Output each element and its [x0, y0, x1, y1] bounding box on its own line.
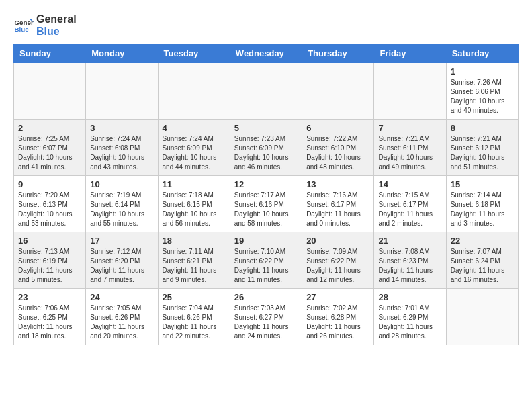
- calendar-cell: 25Sunrise: 7:04 AM Sunset: 6:26 PM Dayli…: [158, 289, 230, 345]
- day-number: 13: [306, 179, 369, 189]
- logo: General Blue General Blue: [13, 13, 77, 37]
- day-number: 20: [306, 236, 369, 246]
- day-info: Sunrise: 7:15 AM Sunset: 6:17 PM Dayligh…: [378, 191, 441, 228]
- day-info: Sunrise: 7:16 AM Sunset: 6:17 PM Dayligh…: [306, 191, 369, 228]
- calendar-header-row: SundayMondayTuesdayWednesdayThursdayFrid…: [14, 44, 519, 63]
- logo-general: General: [36, 13, 77, 26]
- header: General Blue General Blue: [13, 13, 519, 37]
- day-number: 8: [451, 123, 514, 133]
- calendar-cell: 1Sunrise: 7:26 AM Sunset: 6:06 PM Daylig…: [446, 63, 518, 120]
- calendar-cell: 7Sunrise: 7:21 AM Sunset: 6:11 PM Daylig…: [374, 120, 446, 176]
- day-info: Sunrise: 7:08 AM Sunset: 6:23 PM Dayligh…: [378, 247, 441, 285]
- calendar-header-friday: Friday: [374, 44, 446, 63]
- calendar-cell: [158, 63, 230, 120]
- day-info: Sunrise: 7:21 AM Sunset: 6:12 PM Dayligh…: [451, 134, 514, 172]
- day-info: Sunrise: 7:04 AM Sunset: 6:26 PM Dayligh…: [163, 304, 226, 341]
- calendar-cell: 4Sunrise: 7:24 AM Sunset: 6:09 PM Daylig…: [158, 120, 230, 176]
- day-info: Sunrise: 7:12 AM Sunset: 6:20 PM Dayligh…: [90, 247, 153, 285]
- svg-text:Blue: Blue: [15, 26, 30, 33]
- calendar-cell: 5Sunrise: 7:23 AM Sunset: 6:09 PM Daylig…: [230, 120, 302, 176]
- day-number: 23: [18, 292, 81, 302]
- day-number: 27: [306, 292, 369, 302]
- day-info: Sunrise: 7:21 AM Sunset: 6:11 PM Dayligh…: [378, 134, 441, 172]
- day-info: Sunrise: 7:01 AM Sunset: 6:29 PM Dayligh…: [378, 304, 441, 341]
- calendar-cell: 2Sunrise: 7:25 AM Sunset: 6:07 PM Daylig…: [14, 120, 86, 176]
- day-number: 5: [234, 123, 298, 133]
- calendar-week-row: 16Sunrise: 7:13 AM Sunset: 6:19 PM Dayli…: [14, 232, 519, 289]
- calendar-cell: 26Sunrise: 7:03 AM Sunset: 6:27 PM Dayli…: [230, 289, 302, 345]
- day-info: Sunrise: 7:14 AM Sunset: 6:18 PM Dayligh…: [451, 191, 514, 228]
- calendar-table: SundayMondayTuesdayWednesdayThursdayFrid…: [13, 44, 519, 345]
- day-info: Sunrise: 7:11 AM Sunset: 6:21 PM Dayligh…: [163, 247, 226, 285]
- calendar-cell: 6Sunrise: 7:22 AM Sunset: 6:10 PM Daylig…: [302, 120, 374, 176]
- calendar-cell: 15Sunrise: 7:14 AM Sunset: 6:18 PM Dayli…: [446, 176, 518, 232]
- day-number: 11: [163, 179, 226, 189]
- day-number: 4: [163, 123, 226, 133]
- day-info: Sunrise: 7:07 AM Sunset: 6:24 PM Dayligh…: [451, 247, 514, 285]
- calendar-cell: [302, 63, 374, 120]
- calendar-cell: 24Sunrise: 7:05 AM Sunset: 6:26 PM Dayli…: [86, 289, 158, 345]
- day-number: 25: [163, 292, 226, 302]
- day-info: Sunrise: 7:23 AM Sunset: 6:09 PM Dayligh…: [234, 134, 298, 172]
- calendar-cell: [86, 63, 158, 120]
- calendar-cell: 8Sunrise: 7:21 AM Sunset: 6:12 PM Daylig…: [446, 120, 518, 176]
- day-number: 28: [378, 292, 441, 302]
- day-info: Sunrise: 7:24 AM Sunset: 6:08 PM Dayligh…: [90, 134, 153, 172]
- day-number: 14: [378, 179, 441, 189]
- calendar-header-thursday: Thursday: [302, 44, 374, 63]
- calendar-header-saturday: Saturday: [446, 44, 518, 63]
- calendar-cell: 22Sunrise: 7:07 AM Sunset: 6:24 PM Dayli…: [446, 232, 518, 289]
- day-info: Sunrise: 7:09 AM Sunset: 6:22 PM Dayligh…: [306, 247, 369, 285]
- day-number: 21: [378, 236, 441, 246]
- day-info: Sunrise: 7:19 AM Sunset: 6:14 PM Dayligh…: [90, 191, 153, 228]
- day-info: Sunrise: 7:22 AM Sunset: 6:10 PM Dayligh…: [306, 134, 369, 172]
- calendar-cell: 21Sunrise: 7:08 AM Sunset: 6:23 PM Dayli…: [374, 232, 446, 289]
- calendar-cell: [374, 63, 446, 120]
- day-number: 2: [18, 123, 81, 133]
- calendar-header-tuesday: Tuesday: [158, 44, 230, 63]
- calendar-cell: [230, 63, 302, 120]
- calendar-cell: 18Sunrise: 7:11 AM Sunset: 6:21 PM Dayli…: [158, 232, 230, 289]
- calendar-cell: 27Sunrise: 7:02 AM Sunset: 6:28 PM Dayli…: [302, 289, 374, 345]
- calendar-cell: 14Sunrise: 7:15 AM Sunset: 6:17 PM Dayli…: [374, 176, 446, 232]
- calendar-week-row: 23Sunrise: 7:06 AM Sunset: 6:25 PM Dayli…: [14, 289, 519, 345]
- day-info: Sunrise: 7:25 AM Sunset: 6:07 PM Dayligh…: [18, 134, 81, 172]
- day-number: 7: [378, 123, 441, 133]
- day-info: Sunrise: 7:18 AM Sunset: 6:15 PM Dayligh…: [163, 191, 226, 228]
- logo-blue: Blue: [36, 26, 77, 38]
- day-number: 16: [18, 236, 81, 246]
- day-info: Sunrise: 7:24 AM Sunset: 6:09 PM Dayligh…: [163, 134, 226, 172]
- day-number: 15: [451, 179, 514, 189]
- calendar-cell: 10Sunrise: 7:19 AM Sunset: 6:14 PM Dayli…: [86, 176, 158, 232]
- calendar-cell: 9Sunrise: 7:20 AM Sunset: 6:13 PM Daylig…: [14, 176, 86, 232]
- calendar-week-row: 2Sunrise: 7:25 AM Sunset: 6:07 PM Daylig…: [14, 120, 519, 176]
- day-number: 18: [163, 236, 226, 246]
- calendar-header-sunday: Sunday: [14, 44, 86, 63]
- calendar-cell: 23Sunrise: 7:06 AM Sunset: 6:25 PM Dayli…: [14, 289, 86, 345]
- calendar-cell: [14, 63, 86, 120]
- day-info: Sunrise: 7:20 AM Sunset: 6:13 PM Dayligh…: [18, 191, 81, 228]
- calendar-week-row: 9Sunrise: 7:20 AM Sunset: 6:13 PM Daylig…: [14, 176, 519, 232]
- day-number: 22: [451, 236, 514, 246]
- calendar-cell: 20Sunrise: 7:09 AM Sunset: 6:22 PM Dayli…: [302, 232, 374, 289]
- day-number: 24: [90, 292, 153, 302]
- day-info: Sunrise: 7:06 AM Sunset: 6:25 PM Dayligh…: [18, 304, 81, 341]
- day-info: Sunrise: 7:02 AM Sunset: 6:28 PM Dayligh…: [306, 304, 369, 341]
- calendar-cell: 19Sunrise: 7:10 AM Sunset: 6:22 PM Dayli…: [230, 232, 302, 289]
- day-info: Sunrise: 7:26 AM Sunset: 6:06 PM Dayligh…: [451, 78, 514, 116]
- day-info: Sunrise: 7:03 AM Sunset: 6:27 PM Dayligh…: [234, 304, 298, 341]
- day-number: 12: [234, 179, 298, 189]
- day-info: Sunrise: 7:10 AM Sunset: 6:22 PM Dayligh…: [234, 247, 298, 285]
- day-number: 19: [234, 236, 298, 246]
- calendar-cell: 11Sunrise: 7:18 AM Sunset: 6:15 PM Dayli…: [158, 176, 230, 232]
- day-number: 9: [18, 179, 81, 189]
- day-number: 17: [90, 236, 153, 246]
- calendar-cell: 13Sunrise: 7:16 AM Sunset: 6:17 PM Dayli…: [302, 176, 374, 232]
- day-number: 1: [451, 66, 514, 77]
- calendar-cell: 16Sunrise: 7:13 AM Sunset: 6:19 PM Dayli…: [14, 232, 86, 289]
- calendar-cell: 3Sunrise: 7:24 AM Sunset: 6:08 PM Daylig…: [86, 120, 158, 176]
- day-number: 26: [234, 292, 298, 302]
- day-info: Sunrise: 7:13 AM Sunset: 6:19 PM Dayligh…: [18, 247, 81, 285]
- calendar-cell: [446, 289, 518, 345]
- day-number: 6: [306, 123, 369, 133]
